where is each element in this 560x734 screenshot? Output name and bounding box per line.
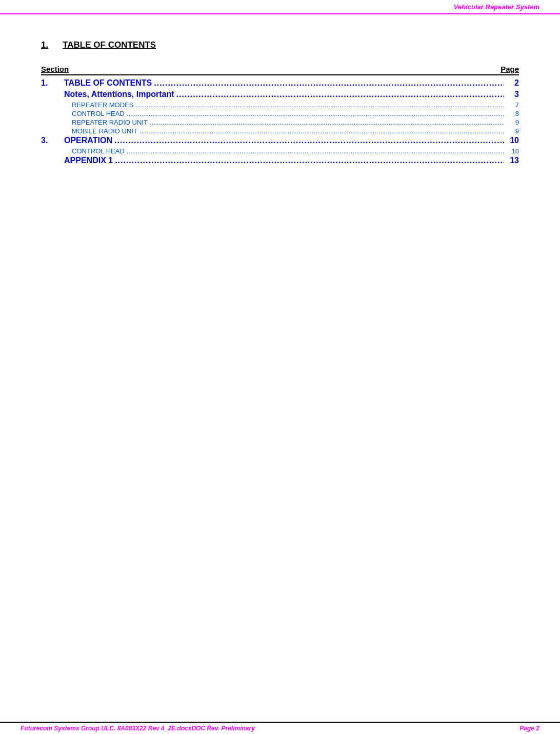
toc-container: 1.TABLE OF CONTENTS ....................… xyxy=(41,78,519,165)
section-column-label: Section xyxy=(41,65,69,73)
page-container: Vehicular Repeater System 1.TABLE OF CON… xyxy=(0,0,560,734)
heading-text: TABLE OF CONTENTS xyxy=(63,40,156,50)
toc-entry-number: 3. xyxy=(41,136,64,145)
toc-dots: ........................................… xyxy=(176,90,504,99)
header-title: Vehicular Repeater System xyxy=(454,3,539,11)
heading-number: 1. xyxy=(41,40,48,50)
toc-entry-main[interactable]: APPENDIX 1 .............................… xyxy=(41,156,519,165)
toc-sub-page: 8 xyxy=(506,110,519,117)
toc-sub-text: CONTROL HEAD xyxy=(72,110,125,117)
toc-entry-main[interactable]: 3.OPERATION ............................… xyxy=(41,136,519,145)
toc-sub-dots: ........................................… xyxy=(127,147,504,155)
toc-sub-text: REPEATER RADIO UNIT xyxy=(72,118,148,126)
toc-sub-dots: ........................................… xyxy=(139,127,504,135)
section-page-row: Section Page xyxy=(41,65,519,75)
toc-entry-text: Notes, Attentions, Important xyxy=(64,90,174,99)
toc-sub-page: 9 xyxy=(506,118,519,126)
toc-entry-text: APPENDIX 1 xyxy=(64,156,113,165)
toc-sub-page: 9 xyxy=(506,127,519,135)
page-header: Vehicular Repeater System xyxy=(0,0,560,14)
toc-entry-sub[interactable]: REPEATER RADIO UNIT ....................… xyxy=(41,118,519,126)
toc-entry-sub[interactable]: CONTROL HEAD ...........................… xyxy=(41,147,519,155)
toc-sub-page: 7 xyxy=(506,101,519,109)
toc-dots: ........................................… xyxy=(154,78,504,88)
toc-entry-sub[interactable]: CONTROL HEAD ...........................… xyxy=(41,110,519,117)
toc-sub-dots: ........................................… xyxy=(127,110,504,117)
toc-sub-dots: ........................................… xyxy=(135,101,504,109)
toc-entry-main[interactable]: 1.TABLE OF CONTENTS ....................… xyxy=(41,78,519,88)
footer-right-text: Page 2 xyxy=(519,725,539,732)
toc-dots: ........................................… xyxy=(114,136,504,145)
page-footer: Futurecom Systems Group ULC. 8A083X22 Re… xyxy=(0,722,560,734)
toc-sub-dots: ........................................… xyxy=(150,118,504,126)
toc-sub-page: 10 xyxy=(506,147,519,155)
toc-entry-page: 10 xyxy=(506,136,519,145)
page-heading: 1.TABLE OF CONTENTS xyxy=(41,40,519,50)
toc-entry-text: TABLE OF CONTENTS xyxy=(64,78,152,88)
main-content: 1.TABLE OF CONTENTS Section Page 1.TABLE… xyxy=(0,14,560,198)
toc-entry-page: 3 xyxy=(506,90,519,99)
toc-dots: ........................................… xyxy=(115,156,504,165)
toc-entry-number: 1. xyxy=(41,78,64,88)
toc-entry-text: OPERATION xyxy=(64,136,112,145)
toc-sub-text: CONTROL HEAD xyxy=(72,147,125,155)
toc-entry-page: 13 xyxy=(506,156,519,165)
page-column-label: Page xyxy=(501,65,519,73)
toc-sub-text: REPEATER MODES xyxy=(72,101,133,109)
toc-sub-text: MOBILE RADIO UNIT xyxy=(72,127,137,135)
toc-entry-page: 2 xyxy=(506,78,519,88)
toc-entry-main[interactable]: Notes, Attentions, Important ...........… xyxy=(41,90,519,99)
footer-left-text: Futurecom Systems Group ULC. 8A083X22 Re… xyxy=(21,725,255,732)
toc-entry-sub[interactable]: REPEATER MODES .........................… xyxy=(41,101,519,109)
toc-entry-sub[interactable]: MOBILE RADIO UNIT ......................… xyxy=(41,127,519,135)
